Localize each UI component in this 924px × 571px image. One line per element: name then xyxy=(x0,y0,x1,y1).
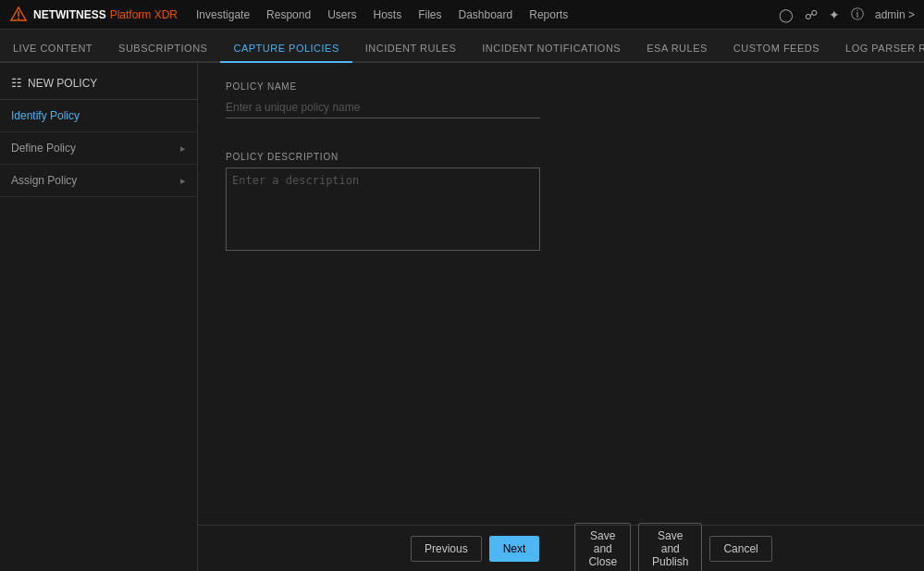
previous-button[interactable]: Previous xyxy=(411,536,482,562)
tab-incident-notifications[interactable]: INCIDENT NOTIFICATIONS xyxy=(469,35,634,63)
nav-investigate[interactable]: Investigate xyxy=(196,8,250,21)
chevron-right-icon-define: ▸ xyxy=(180,143,186,155)
nav-reports[interactable]: Reports xyxy=(529,8,568,21)
help-icon[interactable]: ⓘ xyxy=(851,6,864,23)
sidebar-item-label-define: Define Policy xyxy=(11,142,76,155)
sidebar-item-label-assign: Assign Policy xyxy=(11,174,77,187)
sidebar-item-define-policy[interactable]: Define Policy ▸ xyxy=(0,132,197,165)
nav-dashboard[interactable]: Dashboard xyxy=(459,8,513,21)
nav-respond[interactable]: Respond xyxy=(266,8,311,21)
policy-name-input[interactable] xyxy=(226,97,540,118)
tools-icon[interactable]: ✦ xyxy=(829,7,840,22)
nav-right: ◯ ☍ ✦ ⓘ admin > xyxy=(779,6,915,23)
admin-label[interactable]: admin > xyxy=(875,8,915,21)
nav-users[interactable]: Users xyxy=(327,8,356,21)
sidebar: ☷ NEW POLICY Identify Policy Define Poli… xyxy=(0,63,198,571)
footer-bar: Previous Next Save and Close Save and Pu… xyxy=(198,525,924,571)
tab-incident-rules[interactable]: INCIDENT RULES xyxy=(352,35,469,63)
nav-hosts[interactable]: Hosts xyxy=(373,8,401,21)
sidebar-item-assign-policy[interactable]: Assign Policy ▸ xyxy=(0,165,197,197)
policy-desc-textarea[interactable] xyxy=(226,168,540,251)
tab-bar: LIVE CONTENT SUBSCRIPTIONS CAPTURE POLIC… xyxy=(0,30,924,63)
brand-sub: Platform XDR xyxy=(110,8,178,21)
tab-capture-policies[interactable]: CAPTURE POLICIES xyxy=(220,35,351,63)
tab-log-parser-rules[interactable]: LOG PARSER RULES xyxy=(832,35,924,63)
clock-icon[interactable]: ◯ xyxy=(779,7,794,22)
save-close-button[interactable]: Save and Close xyxy=(574,523,631,572)
notification-icon[interactable]: ☍ xyxy=(805,7,818,22)
new-policy-icon: ☷ xyxy=(11,76,22,90)
next-button[interactable]: Next xyxy=(489,536,540,562)
save-publish-button[interactable]: Save and Publish xyxy=(638,523,702,572)
tab-custom-feeds[interactable]: CUSTOM FEEDS xyxy=(721,35,832,63)
chevron-right-icon-assign: ▸ xyxy=(180,175,186,187)
policy-name-group: POLICY NAME xyxy=(226,81,896,137)
main-layout: ☷ NEW POLICY Identify Policy Define Poli… xyxy=(0,63,924,571)
policy-desc-label: POLICY DESCRIPTION xyxy=(226,152,896,162)
netwitness-logo-icon xyxy=(9,6,28,24)
nav-links: Investigate Respond Users Hosts Files Da… xyxy=(196,8,779,21)
tab-subscriptions[interactable]: SUBSCRIPTIONS xyxy=(105,35,220,63)
sidebar-item-label-identify: Identify Policy xyxy=(11,109,80,122)
logo-area: NETWITNESS Platform XDR xyxy=(9,6,178,24)
policy-name-label: POLICY NAME xyxy=(226,81,896,92)
svg-point-2 xyxy=(18,18,19,19)
tab-esa-rules[interactable]: ESA RULES xyxy=(634,35,721,63)
sidebar-header: ☷ NEW POLICY xyxy=(0,63,197,100)
sidebar-header-label: NEW POLICY xyxy=(28,77,97,90)
top-nav-bar: NETWITNESS Platform XDR Investigate Resp… xyxy=(0,0,924,30)
sidebar-item-identify-policy[interactable]: Identify Policy xyxy=(0,100,197,132)
cancel-button[interactable]: Cancel xyxy=(709,536,771,562)
content-area: POLICY NAME POLICY DESCRIPTION Previous … xyxy=(198,63,924,571)
policy-desc-group: POLICY DESCRIPTION xyxy=(226,152,896,254)
nav-files[interactable]: Files xyxy=(418,8,441,21)
brand-name: NETWITNESS xyxy=(33,8,106,21)
tab-live-content[interactable]: LIVE CONTENT xyxy=(0,35,105,63)
